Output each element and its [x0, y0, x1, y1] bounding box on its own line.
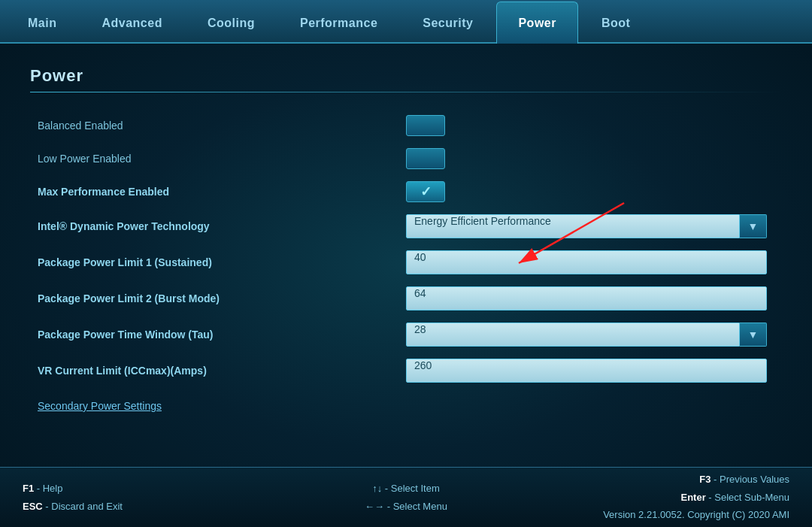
status-right: F3 - Previous Values Enter - Select Sub-…	[534, 471, 789, 523]
content-area: Power Balanced Enabled Low Power Enabled…	[0, 44, 812, 467]
checkmark-icon: ✓	[420, 183, 432, 200]
lowpower-label: Low Power Enabled	[30, 153, 406, 165]
setting-row-balanced: Balanced Enabled	[30, 109, 782, 142]
settings-table: Balanced Enabled Low Power Enabled Max P…	[30, 109, 782, 389]
ppl1-field: 40	[406, 250, 767, 274]
setting-row-idpt: Intel® Dynamic Power Technology Energy E…	[30, 208, 782, 244]
lowpower-value	[406, 148, 782, 169]
ppl1-input[interactable]: 40	[406, 250, 767, 274]
idpt-arrow[interactable]: ▼	[740, 214, 767, 238]
idpt-input[interactable]: Energy Efficient Performance	[406, 214, 740, 238]
nav-select-menu: ←→ - Select Menu	[278, 498, 534, 515]
setting-row-lowpower: Low Power Enabled	[30, 142, 782, 175]
tab-power[interactable]: Power	[496, 2, 578, 44]
vrcl-input[interactable]: 260	[406, 359, 767, 383]
page-divider	[30, 92, 782, 92]
pptw-label: Package Power Time Window (Tau)	[30, 329, 406, 341]
f1-help: F1 - Help	[23, 480, 278, 497]
setting-row-maxperf: Max Performance Enabled ✓	[30, 175, 782, 208]
setting-row-vrcl: VR Current Limit (ICCmax)(Amps) 260	[30, 353, 782, 389]
tab-performance[interactable]: Performance	[278, 2, 399, 44]
pptw-dropdown: 28 ▼	[406, 323, 767, 347]
balanced-toggle[interactable]	[406, 115, 445, 136]
idpt-value: Energy Efficient Performance ▼	[406, 214, 782, 238]
tab-bar: Main Advanced Cooling Performance Securi…	[0, 0, 812, 44]
pptw-arrow[interactable]: ▼	[740, 323, 767, 347]
ppl2-label: Package Power Limit 2 (Burst Mode)	[30, 292, 406, 304]
pptw-value: 28 ▼	[406, 323, 782, 347]
tab-cooling[interactable]: Cooling	[186, 2, 277, 44]
secondary-power-link[interactable]: Secondary Power Settings	[38, 400, 162, 412]
maxperf-value: ✓	[406, 181, 782, 202]
page-title: Power	[30, 66, 782, 86]
idpt-dropdown: Energy Efficient Performance ▼	[406, 214, 767, 238]
tab-boot[interactable]: Boot	[580, 2, 652, 44]
ppl2-input[interactable]: 64	[406, 286, 767, 310]
ppl2-value: 64	[406, 286, 782, 310]
nav-select-item: ↑↓ - Select Item	[278, 480, 534, 497]
enter-sub-menu: Enter - Select Sub-Menu	[534, 489, 789, 506]
tab-main[interactable]: Main	[6, 2, 78, 44]
vrcl-field: 260	[406, 359, 767, 383]
tab-advanced[interactable]: Advanced	[80, 2, 183, 44]
esc-discard: ESC - Discard and Exit	[23, 498, 278, 515]
tab-security[interactable]: Security	[401, 2, 495, 44]
ppl2-field: 64	[406, 286, 767, 310]
balanced-value	[406, 115, 782, 136]
maxperf-toggle[interactable]: ✓	[406, 181, 445, 202]
balanced-label: Balanced Enabled	[30, 120, 406, 132]
status-center: ↑↓ - Select Item ←→ - Select Menu	[278, 480, 534, 515]
idpt-label: Intel® Dynamic Power Technology	[30, 220, 406, 232]
setting-row-pptw: Package Power Time Window (Tau) 28 ▼	[30, 317, 782, 353]
lowpower-toggle[interactable]	[406, 148, 445, 169]
status-left: F1 - Help ESC - Discard and Exit	[23, 480, 278, 515]
pptw-input[interactable]: 28	[406, 323, 740, 347]
setting-row-ppl1: Package Power Limit 1 (Sustained) 40	[30, 244, 782, 280]
maxperf-label: Max Performance Enabled	[30, 186, 406, 198]
f3-prev-values: F3 - Previous Values	[534, 471, 789, 488]
vrcl-value: 260	[406, 359, 782, 383]
status-bar: F1 - Help ESC - Discard and Exit ↑↓ - Se…	[0, 467, 812, 527]
ppl1-label: Package Power Limit 1 (Sustained)	[30, 256, 406, 268]
ppl1-value: 40	[406, 250, 782, 274]
vrcl-label: VR Current Limit (ICCmax)(Amps)	[30, 365, 406, 377]
version-info: Version 2.21.0052. Copyright (C) 2020 AM…	[534, 506, 789, 523]
setting-row-ppl2: Package Power Limit 2 (Burst Mode) 64	[30, 280, 782, 317]
